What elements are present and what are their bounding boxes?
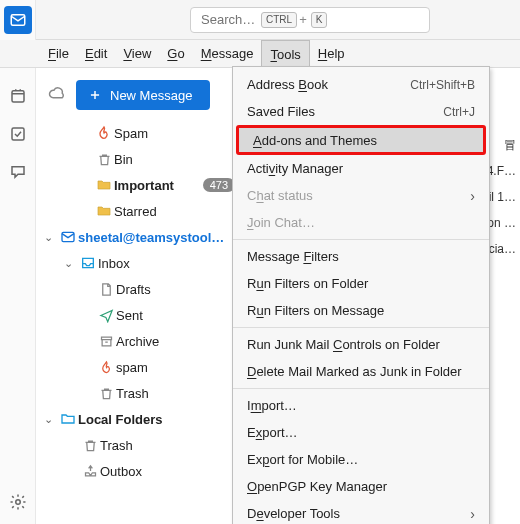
search-input[interactable] xyxy=(199,11,259,28)
folder-inbox[interactable]: ⌄ Inbox xyxy=(36,250,239,276)
new-message-button[interactable]: New Message xyxy=(76,80,210,110)
mail-icon[interactable] xyxy=(4,6,32,34)
menu-export[interactable]: Export… xyxy=(233,419,489,446)
local-trash[interactable]: Trash xyxy=(36,432,239,458)
outbox-icon xyxy=(80,464,100,479)
menu-address-book[interactable]: Address Book Ctrl+Shift+B xyxy=(233,71,489,98)
trash-icon xyxy=(94,152,114,167)
kbd-ctrl: CTRL xyxy=(261,12,297,28)
svg-rect-4 xyxy=(12,128,24,140)
folder-trash[interactable]: Trash xyxy=(36,380,239,406)
tasks-icon[interactable] xyxy=(4,120,32,148)
folder-icon xyxy=(94,203,114,219)
folder-important[interactable]: Important 473 xyxy=(36,172,239,198)
sync-icon[interactable] xyxy=(48,85,66,106)
chevron-down-icon: ⌄ xyxy=(44,413,58,426)
highlight-addons: Add-ons and Themes xyxy=(236,125,486,155)
chevron-down-icon: ⌄ xyxy=(44,231,58,244)
local-outbox[interactable]: Outbox xyxy=(36,458,239,484)
inbox-icon xyxy=(78,255,98,271)
menu-edit[interactable]: Edit xyxy=(77,40,115,67)
menu-tools[interactable]: Tools xyxy=(261,40,309,67)
left-rail xyxy=(0,0,36,524)
chat-icon[interactable] xyxy=(4,158,32,186)
menu-addons-themes[interactable]: Add-ons and Themes xyxy=(239,128,483,152)
calendar-icon[interactable] xyxy=(4,82,32,110)
folder-icon xyxy=(94,177,114,193)
new-message-label: New Message xyxy=(110,88,192,103)
menu-delete-junk[interactable]: Delete Mail Marked as Junk in Folder xyxy=(233,358,489,385)
flame-icon xyxy=(96,360,116,375)
folder-pane: New Message Spam Bin Important 473 xyxy=(36,68,240,524)
drafts-icon xyxy=(96,282,116,297)
menu-file[interactable]: File xyxy=(40,40,77,67)
menu-run-filters-folder[interactable]: Run Filters on Folder xyxy=(233,270,489,297)
menu-run-filters-message[interactable]: Run Filters on Message xyxy=(233,297,489,324)
folder-starred[interactable]: Starred xyxy=(36,198,239,224)
menu-message-filters[interactable]: Message Filters xyxy=(233,243,489,270)
folder-bin[interactable]: Bin xyxy=(36,146,239,172)
menu-run-junk-controls[interactable]: Run Junk Mail Controls on Folder xyxy=(233,331,489,358)
menu-saved-files[interactable]: Saved Files Ctrl+J xyxy=(233,98,489,125)
folder-icon xyxy=(58,411,78,427)
local-folders[interactable]: ⌄ Local Folders xyxy=(36,406,239,432)
account-item[interactable]: ⌄ sheetal@teamsystool… xyxy=(36,224,239,250)
tools-menu-dropdown: Address Book Ctrl+Shift+B Saved Files Ct… xyxy=(232,66,490,524)
archive-icon xyxy=(96,334,116,349)
chevron-down-icon: ⌄ xyxy=(64,257,78,270)
folder-spam[interactable]: Spam xyxy=(36,120,239,146)
flame-icon xyxy=(94,125,114,141)
kbd-plus: + xyxy=(299,12,307,27)
svg-rect-3 xyxy=(12,91,24,102)
trash-icon xyxy=(80,438,100,453)
menu-help[interactable]: Help xyxy=(310,40,353,67)
trash-icon xyxy=(96,386,116,401)
svg-rect-7 xyxy=(101,337,111,340)
kbd-k: K xyxy=(311,12,328,28)
menu-chat-status: Chat status xyxy=(233,182,489,209)
menu-openpgp[interactable]: OpenPGP Key Manager xyxy=(233,473,489,500)
menu-export-mobile[interactable]: Export for Mobile… xyxy=(233,446,489,473)
mail-account-icon xyxy=(58,229,78,245)
menu-bar: File Edit View Go Message Tools Help xyxy=(0,40,520,68)
menu-message[interactable]: Message xyxy=(193,40,262,67)
menu-go[interactable]: Go xyxy=(159,40,192,67)
settings-icon[interactable] xyxy=(4,488,32,516)
folder-drafts[interactable]: Drafts xyxy=(36,276,239,302)
menu-activity-manager[interactable]: Activity Manager xyxy=(233,155,489,182)
menu-view[interactable]: View xyxy=(115,40,159,67)
folder-spam2[interactable]: spam xyxy=(36,354,239,380)
svg-point-5 xyxy=(15,500,20,505)
folder-sent[interactable]: Sent xyxy=(36,302,239,328)
menu-import[interactable]: Import… xyxy=(233,392,489,419)
folder-archive[interactable]: Archive xyxy=(36,328,239,354)
unread-badge: 473 xyxy=(203,178,235,192)
sent-icon xyxy=(96,308,116,323)
menu-join-chat: Join Chat… xyxy=(233,209,489,236)
menu-developer-tools[interactable]: Developer Tools xyxy=(233,500,489,524)
search-box[interactable]: CTRL + K xyxy=(190,7,430,33)
